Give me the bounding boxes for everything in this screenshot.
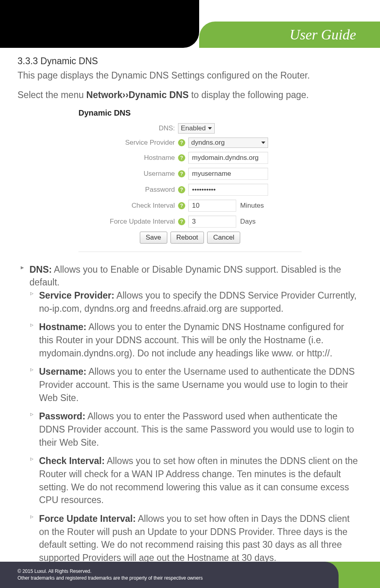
password-input[interactable]: •••••••••• [188, 184, 268, 196]
footer-left: © 2015 Luxul. All Rights Reserved. Other… [0, 562, 339, 588]
chevron-down-icon [208, 127, 212, 130]
menu-path: Network››Dynamic DNS [86, 90, 189, 100]
copyright: © 2015 Luxul. All Rights Reserved. [18, 568, 339, 575]
chevron-down-icon [261, 142, 265, 144]
cancel-button[interactable]: Cancel [207, 232, 240, 244]
reboot-button[interactable]: Reboot [170, 232, 204, 244]
username-input[interactable]: myusername [188, 168, 268, 180]
force-update-unit: Days [240, 218, 256, 226]
help-icon[interactable]: ? [178, 202, 185, 209]
force-update-label: Force Update Interval [78, 218, 178, 226]
settings-screenshot: Dynamic DNS DNS: Enabled Service Provide… [78, 108, 302, 252]
check-interval-input[interactable]: 10 [188, 200, 236, 212]
username-label: Username [78, 170, 178, 178]
desc-hostname: Hostname: Allows you to enter the Dynami… [29, 321, 360, 360]
help-icon[interactable]: ? [178, 218, 185, 225]
desc-force-update: Force Update Interval: Allows you to set… [29, 512, 360, 564]
hostname-input[interactable]: mydomain.dyndns.org [188, 152, 268, 164]
service-provider-label: Service Provider [78, 139, 178, 147]
panel-title: Dynamic DNS [78, 108, 302, 118]
force-update-input[interactable]: 3 [188, 216, 236, 228]
section-heading: 3.3.3 Dynamic DNS [18, 56, 362, 67]
guide-title: User Guide [199, 22, 380, 48]
help-icon[interactable]: ? [178, 170, 185, 177]
help-icon[interactable]: ? [178, 154, 185, 161]
trademark-notice: Other trademarks and registered trademar… [18, 575, 339, 582]
intro-line-1: This page displays the Dynamic DNS Setti… [18, 69, 362, 82]
password-label: Password [78, 186, 178, 194]
dns-select[interactable]: Enabled [178, 123, 215, 134]
desc-username: Username: Allows you to enter the Userna… [29, 365, 360, 404]
help-icon[interactable]: ? [178, 186, 185, 193]
desc-check-interval: Check Interval: Allows you to set how of… [29, 454, 360, 507]
check-interval-label: Check Interval [78, 202, 178, 210]
dns-label: DNS: [78, 124, 178, 132]
header-black-block [0, 0, 199, 48]
desc-service-provider: Service Provider: Allows you to specify … [29, 289, 360, 315]
header-banner: User Guide [0, 0, 380, 48]
desc-password: Password: Allows you to enter the Passwo… [29, 410, 360, 449]
help-icon[interactable]: ? [178, 139, 185, 146]
check-interval-unit: Minutes [240, 202, 264, 210]
save-button[interactable]: Save [140, 232, 167, 244]
footer: © 2015 Luxul. All Rights Reserved. Other… [0, 562, 380, 588]
service-provider-select[interactable]: dyndns.org [188, 138, 268, 148]
hostname-label: Hostname [78, 154, 178, 162]
desc-dns: DNS: Allows you to Enable or Disable Dyn… [20, 263, 360, 564]
intro-line-2: Select the menu Network››Dynamic DNS to … [18, 88, 362, 102]
